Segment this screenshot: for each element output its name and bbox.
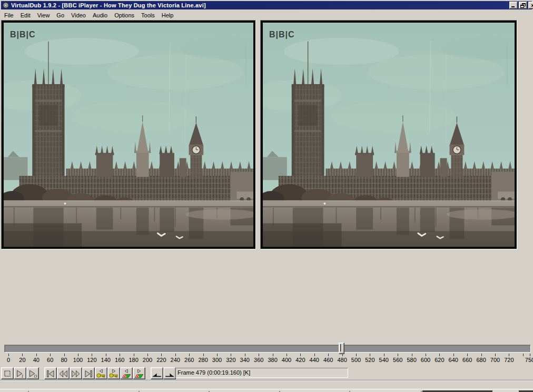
ruler-tick [467,354,468,356]
prev-keyframe-button[interactable] [95,367,107,379]
mark-in-button[interactable] [151,367,163,379]
position-trackbar[interactable] [4,345,531,353]
ruler-tick [203,354,204,356]
ruler-tick-label: 440 [310,357,319,363]
ruler-tick-label: 360 [254,357,263,363]
ruler-tick [92,354,92,356]
title-bar[interactable]: VirtualDub 1.9.2 - [BBC iPlayer - How Th… [1,1,532,9]
step-forward-icon [70,368,82,379]
ruler-tick [120,354,120,356]
ruler-tick-label: 620 [435,357,444,363]
frame-status-field: Frame 479 (0:00:19.160) [K] [175,368,348,378]
mark-in-icon [151,368,163,379]
ruler-tick [8,354,9,356]
go-end-button[interactable] [82,367,95,379]
close-button[interactable]: x [528,2,533,9]
ruler-tick-label: 160 [115,357,124,363]
ruler-tick [439,354,440,356]
ruler-tick [523,354,524,356]
ruler-tick-label: 300 [212,357,222,363]
ruler-tick-label: 560 [393,357,402,363]
ruler-tick-label: 700 [490,357,500,363]
minimize-button[interactable] [509,2,518,9]
menu-item-go[interactable]: Go [53,12,67,19]
ruler-tick-label: 280 [198,357,208,363]
ruler-tick [64,354,65,356]
ruler-tick-label: 660 [462,357,472,363]
svg-text:O: O [34,374,37,379]
parliament-scene [4,23,253,247]
ruler-tick [189,354,190,356]
ruler-tick-label: 400 [282,357,291,363]
ruler-tick-label: 540 [379,357,389,363]
go-start-button[interactable] [44,367,57,379]
window-bottom-edge [0,380,533,381]
taskbar-edge [0,389,533,392]
go-end-icon [83,368,94,379]
ruler-tick [412,354,412,356]
ruler-tick [217,354,218,356]
ruler-tick [78,354,78,356]
virtualdub-window: VirtualDub 1.9.2 - [BBC iPlayer - How Th… [0,0,533,392]
ruler-tick [530,354,530,356]
step-back-button[interactable] [57,367,70,379]
ruler-tick-label: 80 [61,357,67,363]
next-scene-button[interactable] [133,367,145,379]
play-output-button[interactable]: O [26,367,39,379]
ruler-tick-label: 750 [525,357,533,363]
virtualdub-app-icon [2,2,9,9]
ruler-tick [147,354,148,356]
step-forward-button[interactable] [70,367,82,379]
ruler-tick-label: 180 [129,357,138,363]
ruler-tick [231,354,231,356]
ruler-tick [453,354,454,356]
ruler-tick-label: 680 [476,357,486,363]
ruler-tick-label: 240 [171,357,180,363]
menu-item-video[interactable]: Video [68,12,89,19]
bbc-watermark: B|B|C [269,30,295,39]
ruler-tick-label: 340 [240,357,250,363]
ruler-tick [22,354,23,356]
ruler-tick [50,354,51,356]
play-input-button[interactable]: I [14,367,26,379]
stop-icon [2,368,13,379]
mark-out-button[interactable] [163,367,176,379]
ruler-tick-label: 220 [156,357,166,363]
menu-item-view[interactable]: View [34,12,53,19]
menu-item-help[interactable]: Help [159,12,177,19]
menu-item-edit[interactable]: Edit [17,12,34,19]
window-title: VirtualDub 1.9.2 - [BBC iPlayer - How Th… [11,1,532,9]
ruler-tick-label: 380 [268,357,277,363]
ruler-tick-label: 600 [421,357,430,363]
ruler-tick-label: 640 [449,357,458,363]
ruler-tick [495,354,496,356]
next-keyframe-button[interactable] [107,367,120,379]
restore-button[interactable] [519,2,527,9]
ruler-tick [370,354,370,356]
prev-scene-button[interactable] [120,367,133,379]
ruler-tick-label: 140 [101,357,111,363]
play-input-icon: I [14,368,26,379]
ruler-tick-label: 100 [73,357,83,363]
menu-item-file[interactable]: File [1,12,17,19]
svg-text:I: I [21,374,23,379]
stop-button[interactable] [1,367,14,379]
menu-item-tools[interactable]: Tools [138,12,158,19]
menu-item-audio[interactable]: Audio [90,12,111,19]
ruler-tick-label: 20 [19,357,25,363]
ruler-tick [300,354,301,356]
menu-item-options[interactable]: Options [111,12,137,19]
position-thumb[interactable] [339,343,344,354]
ruler-tick [509,354,509,356]
ruler-tick [481,354,482,356]
ruler-tick [273,354,273,356]
ruler-tick [328,354,329,356]
ruler-tick [342,354,343,356]
ruler-tick [314,354,315,356]
ruler-tick [245,354,245,356]
ruler-tick [36,354,37,356]
ruler-tick-label: 480 [337,357,347,363]
ruler-tick-label: 260 [184,357,194,363]
ruler-tick-label: 420 [295,357,305,363]
ruler-tick-label: 0 [7,357,10,363]
